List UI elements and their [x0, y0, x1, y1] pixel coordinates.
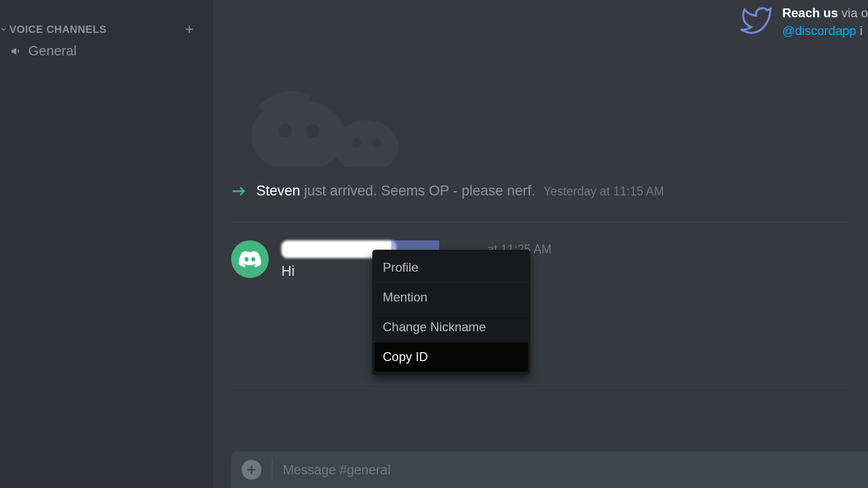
- header-reach-us: Reach us via o @discordapp i: [740, 4, 868, 39]
- message-divider-2: [231, 384, 850, 385]
- plus-icon: [246, 464, 257, 475]
- system-join-message: Steven just arrived. Seems OP - please n…: [231, 167, 850, 222]
- menu-item-change-nickname[interactable]: Change Nickname: [372, 312, 530, 342]
- svg-rect-8: [247, 469, 256, 471]
- voice-channels-header[interactable]: VOICE CHANNELS +: [0, 21, 203, 38]
- menu-item-profile[interactable]: Profile: [372, 253, 530, 283]
- message-list: Steven just arrived. Seems OP - please n…: [213, 167, 868, 488]
- message-input[interactable]: [283, 462, 858, 478]
- reach-us-text: Reach us via o @discordapp i: [782, 4, 868, 39]
- attach-button[interactable]: [242, 460, 261, 480]
- message-input-bar: [231, 451, 868, 488]
- svg-point-5: [372, 138, 381, 148]
- twitter-handle-link[interactable]: @discordapp: [782, 24, 856, 38]
- system-user[interactable]: Steven: [256, 183, 300, 199]
- user-context-menu: Profile Mention Change Nickname Copy ID: [372, 250, 530, 375]
- add-channel-button[interactable]: +: [185, 21, 193, 38]
- system-timestamp: Yesterday at 11:15 AM: [543, 184, 664, 198]
- channel-sidebar: VOICE CHANNELS + General: [0, 0, 213, 488]
- menu-item-copy-id[interactable]: Copy ID: [374, 342, 528, 371]
- reach-bold: Reach us: [782, 6, 838, 20]
- user-avatar[interactable]: [231, 240, 269, 278]
- svg-point-4: [352, 138, 361, 148]
- message-body: at 11:25 AM Hi: [281, 240, 850, 280]
- system-text: just arrived. Seems OP - please nerf.: [300, 183, 535, 199]
- chat-main: Reach us via o @discordapp i Steven just…: [213, 0, 868, 488]
- chevron-down-icon: [0, 26, 7, 33]
- twitter-icon[interactable]: [740, 4, 773, 37]
- speaker-icon: [10, 45, 23, 57]
- join-arrow-icon: [231, 185, 247, 197]
- system-message-text: Steven just arrived. Seems OP - please n…: [256, 183, 664, 199]
- reach-tail: i: [856, 24, 863, 38]
- svg-point-2: [278, 124, 292, 137]
- welcome-ghost-illustration: [235, 73, 418, 167]
- user-message: at 11:25 AM Hi: [231, 223, 850, 384]
- channel-name: General: [28, 43, 77, 59]
- menu-item-mention[interactable]: Mention: [372, 283, 530, 312]
- section-label: VOICE CHANNELS: [9, 24, 107, 36]
- discord-logo-icon: [238, 248, 261, 271]
- message-content: Hi: [281, 263, 850, 280]
- voice-channel-general[interactable]: General: [0, 38, 203, 59]
- section-toggle[interactable]: VOICE CHANNELS: [0, 24, 107, 36]
- reach-via: via o: [841, 6, 868, 20]
- input-divider: [272, 458, 272, 481]
- voice-channels-section: VOICE CHANNELS + General: [0, 0, 213, 59]
- svg-point-3: [306, 124, 319, 137]
- message-header: at 11:25 AM: [281, 240, 850, 258]
